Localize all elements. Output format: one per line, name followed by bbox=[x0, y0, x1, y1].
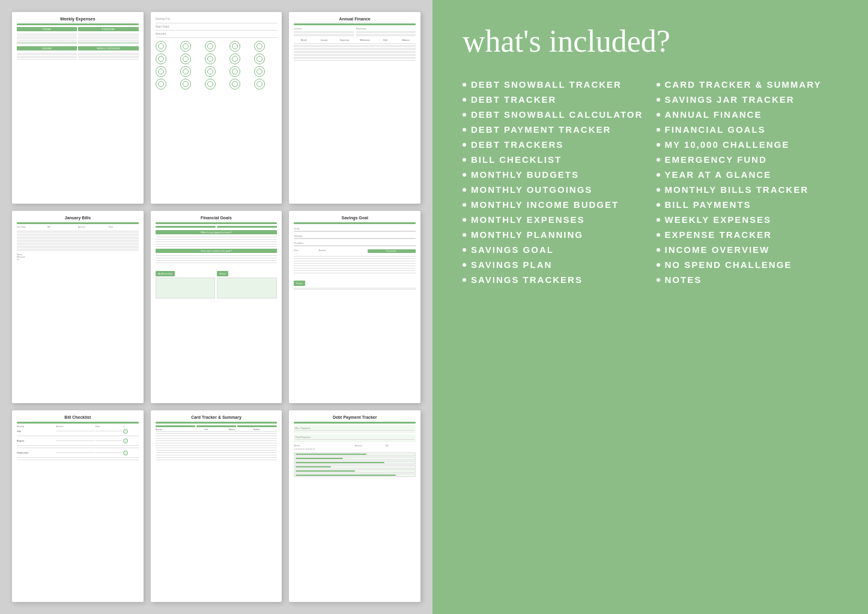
line bbox=[156, 239, 278, 240]
bullet-icon bbox=[463, 83, 466, 87]
main-title: what's included? bbox=[463, 24, 838, 58]
tab1 bbox=[156, 425, 195, 427]
line bbox=[78, 53, 138, 53]
list-item-label: MONTHLY INCOME BUDGET bbox=[471, 199, 619, 210]
line bbox=[356, 35, 416, 36]
doc-savings-jar: Saving For: Start Date: Amount: bbox=[151, 12, 282, 204]
notes-box bbox=[217, 278, 277, 299]
line bbox=[156, 255, 278, 256]
line bbox=[156, 450, 278, 451]
line bbox=[17, 56, 77, 56]
list-item: SAVINGS PLAN bbox=[463, 260, 645, 270]
section-label-friday: FRIDAY bbox=[17, 27, 77, 31]
line bbox=[17, 57, 77, 58]
line bbox=[17, 237, 139, 237]
bullet-icon bbox=[463, 158, 466, 162]
check-header: ✓ bbox=[123, 425, 139, 428]
bullet-icon bbox=[657, 143, 660, 147]
income-label: Income bbox=[294, 27, 353, 30]
list-item-label: ANNUAL FINANCE bbox=[665, 109, 762, 120]
line bbox=[78, 59, 138, 59]
circles-grid bbox=[156, 41, 278, 90]
bullet-icon bbox=[463, 218, 466, 222]
line bbox=[17, 460, 139, 460]
list-item: MONTHLY INCOME BUDGET bbox=[463, 199, 645, 210]
doc-bill-checklist: Bill Checklist Monthly Amount Date ✓ Jul… bbox=[12, 410, 144, 602]
list-item-label: EMERGENCY FUND bbox=[665, 154, 767, 165]
line bbox=[156, 244, 278, 245]
line bbox=[156, 258, 278, 258]
line bbox=[294, 270, 416, 271]
list-item: MONTHLY OUTGOINGS bbox=[463, 184, 645, 195]
circle bbox=[180, 66, 191, 77]
circle bbox=[205, 41, 216, 52]
august-label: August bbox=[17, 439, 55, 442]
bullet-icon bbox=[657, 173, 660, 177]
line bbox=[294, 32, 353, 33]
jb-grid: Due Date Bill Amount Paid bbox=[17, 226, 139, 228]
circle-inner bbox=[183, 56, 189, 62]
line bbox=[78, 41, 138, 41]
savings-bar bbox=[294, 238, 416, 239]
deadline-bar bbox=[294, 245, 416, 246]
line bbox=[156, 242, 278, 242]
circle-inner bbox=[256, 68, 263, 74]
line bbox=[156, 445, 278, 446]
list-item: MONTHLY EXPENSES bbox=[463, 214, 645, 225]
list-item: WEEKLY EXPENSES bbox=[657, 214, 839, 225]
line bbox=[156, 457, 278, 458]
list-item: SAVINGS JAR TRACKER bbox=[657, 94, 839, 105]
bullet-icon bbox=[463, 188, 466, 192]
green-bar bbox=[17, 23, 139, 25]
bullet-icon bbox=[657, 248, 660, 252]
line bbox=[294, 52, 416, 53]
amount-label: Amount bbox=[78, 226, 108, 228]
bullet-icon bbox=[463, 113, 466, 117]
circle bbox=[205, 66, 216, 77]
list-item-label: BILL PAYMENTS bbox=[665, 199, 751, 210]
line bbox=[17, 41, 77, 41]
list-item-label: MONTHLY PLANNING bbox=[471, 229, 583, 240]
list-item: DEBT SNOWBALL TRACKER bbox=[463, 79, 645, 90]
fg-section-biggest: What is my biggest concern? bbox=[156, 230, 278, 234]
total-bar bbox=[78, 43, 138, 43]
line bbox=[156, 443, 278, 443]
motivation-box bbox=[156, 278, 216, 299]
line bbox=[156, 433, 278, 434]
green-bar bbox=[17, 422, 139, 424]
dp-min-payment: Min. Payment: bbox=[294, 425, 416, 433]
tab2 bbox=[196, 425, 236, 427]
list-item-label: MONTHLY BUDGETS bbox=[471, 169, 579, 180]
bullet-icon bbox=[463, 203, 466, 207]
doc-weekly-expenses: Weekly Expenses FRIDAY EVERYDAY bbox=[12, 12, 144, 204]
bullet-icon bbox=[657, 188, 660, 192]
paid-label: Paid bbox=[109, 226, 139, 228]
list-item-label: DEBT TRACKERS bbox=[471, 139, 563, 150]
circle-inner bbox=[158, 56, 164, 62]
circle bbox=[156, 79, 166, 90]
circle-inner bbox=[207, 81, 213, 87]
circle-inner bbox=[183, 81, 189, 87]
row3 bbox=[294, 461, 416, 464]
circle bbox=[180, 53, 191, 64]
line bbox=[294, 54, 416, 55]
line bbox=[156, 448, 278, 448]
doc-title-debt: Debt Payment Tracker bbox=[294, 415, 416, 419]
line bbox=[17, 235, 139, 236]
line bbox=[78, 35, 138, 35]
limit-cell: Limit bbox=[204, 428, 228, 432]
bullet-icon bbox=[657, 128, 660, 132]
line bbox=[17, 232, 139, 233]
circle bbox=[205, 53, 216, 64]
list-item: MONTHLY BUDGETS bbox=[463, 169, 645, 180]
doc-title-weekly: Weekly Expenses bbox=[17, 17, 139, 21]
line bbox=[17, 250, 139, 251]
line bbox=[17, 247, 139, 248]
circle-inner bbox=[158, 81, 164, 87]
bullet-icon bbox=[657, 98, 660, 102]
line bbox=[294, 57, 416, 58]
row4 bbox=[294, 465, 416, 469]
list-item-label: YEAR AT A GLANCE bbox=[665, 169, 772, 180]
line bbox=[17, 457, 139, 458]
line bbox=[156, 260, 278, 261]
